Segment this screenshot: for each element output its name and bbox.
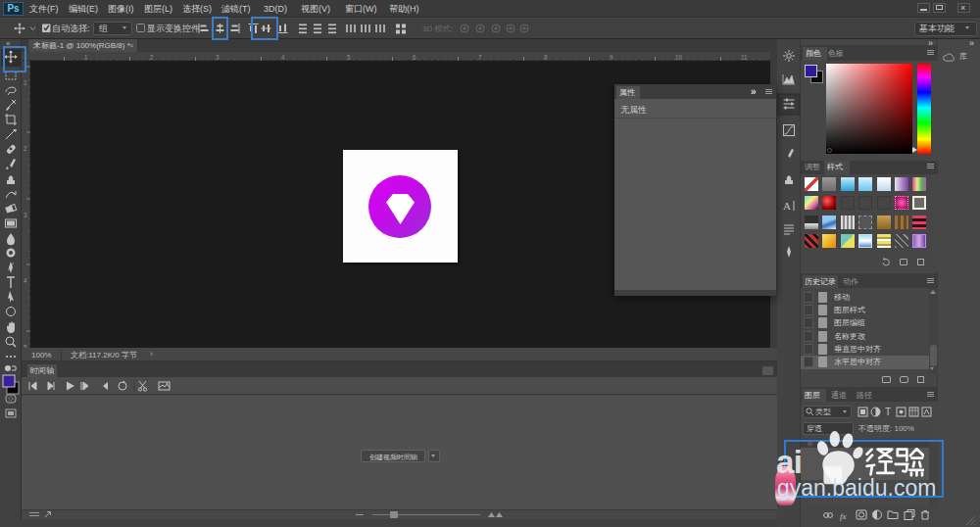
svg-text:9: 9 — [610, 54, 613, 61]
svg-text:1: 1 — [24, 79, 27, 86]
svg-text:5: 5 — [347, 54, 351, 61]
svg-text:3: 3 — [24, 212, 27, 218]
svg-text:T: T — [885, 407, 891, 417]
svg-text:4: 4 — [24, 277, 27, 284]
svg-text:3D 模式:: 3D 模式: — [422, 24, 453, 33]
svg-text:2: 2 — [150, 54, 154, 61]
svg-text:2: 2 — [24, 145, 27, 152]
svg-text:1: 1 — [84, 54, 88, 61]
svg-text:8: 8 — [544, 54, 548, 61]
svg-text:A: A — [783, 200, 791, 212]
svg-text:7: 7 — [478, 54, 482, 61]
svg-text:6: 6 — [413, 54, 416, 61]
svg-text:11: 11 — [741, 54, 748, 61]
svg-text:4: 4 — [281, 54, 285, 61]
svg-text:fx: fx — [840, 511, 847, 521]
svg-text:3: 3 — [216, 54, 220, 61]
